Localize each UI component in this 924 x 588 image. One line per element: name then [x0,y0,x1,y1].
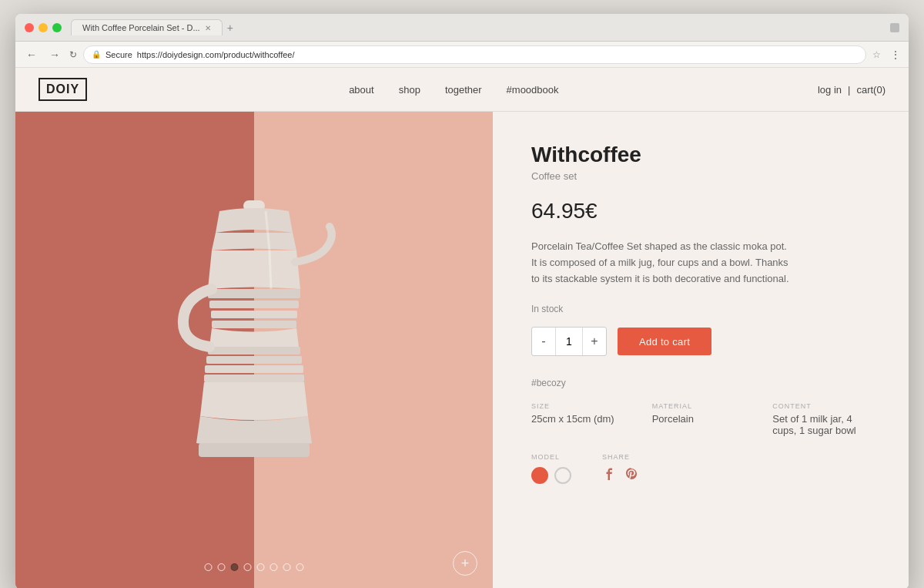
cart-link[interactable]: cart(0) [856,84,886,96]
product-image-container [15,112,493,588]
nav-shop[interactable]: shop [399,84,420,96]
new-tab-button[interactable]: + [227,22,233,34]
content-value: Set of 1 milk jar, 4 cups, 1 sugar bowl [772,413,870,436]
size-value: 25cm x 15cm (dm) [531,413,629,425]
maximize-button[interactable] [52,23,62,32]
svg-rect-1 [208,289,300,298]
product-layout: + Withcoffee Coffee set 64.95€ Porcelain… [15,112,909,588]
traffic-lights [25,23,62,32]
url-bar[interactable]: 🔒 Secure https://doiydesign.com/product/… [83,45,866,64]
product-details: Withcoffee Coffee set 64.95€ Porcelain T… [493,112,909,588]
address-bar: ← → ↻ 🔒 Secure https://doiydesign.com/pr… [15,42,909,68]
facebook-icon[interactable] [602,467,614,485]
quantity-minus[interactable]: - [532,328,555,355]
product-title: Withcoffee [531,143,870,167]
svg-rect-8 [204,375,304,382]
minimize-button[interactable] [38,23,48,32]
quantity-control: - + [531,327,607,356]
logo[interactable]: DOIY [38,78,87,101]
dot-5[interactable] [257,563,265,571]
quantity-input[interactable] [555,328,583,355]
dot-8[interactable] [296,563,304,571]
svg-rect-7 [205,365,303,373]
nav-together[interactable]: together [445,84,482,96]
svg-rect-5 [208,347,300,354]
svg-rect-4 [212,321,296,328]
tab-close-button[interactable]: ✕ [205,24,211,32]
more-options-button[interactable]: ⋮ [890,49,901,61]
back-button[interactable]: ← [23,47,40,62]
close-button[interactable] [25,23,34,32]
tab-title: With Coffee Porcelain Set - D... [82,23,200,32]
nav-separator: | [848,84,850,96]
svg-rect-6 [206,356,302,364]
secure-label: Secure [105,50,132,59]
spec-size: SIZE 25cm x 15cm (dm) [531,402,629,436]
product-image-area: + [15,112,493,588]
product-subtitle: Coffee set [531,170,870,182]
spec-content: CONTENT Set of 1 milk jar, 4 cups, 1 sug… [772,402,870,436]
reload-button[interactable]: ↻ [69,49,77,60]
zoom-button[interactable]: + [453,551,477,576]
size-label: SIZE [531,402,629,410]
product-price: 64.95€ [531,199,870,223]
svg-rect-2 [209,301,299,308]
forward-button[interactable]: → [46,47,63,62]
nav-links: about shop together #moodbook [349,84,558,96]
stock-status: In stock [531,304,870,314]
dot-1[interactable] [205,563,213,571]
material-label: MATERIAL [652,402,750,410]
content-label: CONTENT [772,402,870,410]
color-white[interactable] [554,467,571,484]
tab-bar: With Coffee Porcelain Set - D... ✕ + [71,19,890,35]
browser-titlebar: With Coffee Porcelain Set - D... ✕ + [15,14,909,42]
svg-rect-3 [211,311,297,318]
model-section: MODEL [531,453,571,484]
log-in-link[interactable]: log in [818,84,842,96]
share-label: SHARE [602,453,638,461]
spec-material: MATERIAL Porcelain [652,402,750,436]
color-options [531,467,571,484]
nav-about[interactable]: about [349,84,374,96]
add-to-cart-row: - + Add to cart [531,327,870,356]
lock-icon: 🔒 [92,50,101,59]
nav-actions: log in | cart(0) [818,84,886,96]
moka-pot-image [146,177,362,524]
quantity-plus[interactable]: + [583,328,606,355]
url-text: https://doiydesign.com/product/withcoffe… [137,50,295,59]
active-tab[interactable]: With Coffee Porcelain Set - D... ✕ [71,19,223,35]
model-label: MODEL [531,453,571,461]
svg-rect-9 [199,443,310,457]
bookmark-button[interactable]: ☆ [872,49,881,60]
share-section: SHARE [602,453,638,485]
specs-row: SIZE 25cm x 15cm (dm) MATERIAL Porcelain… [531,402,870,436]
color-red[interactable] [531,467,548,484]
dots-nav [205,563,304,571]
dot-4[interactable] [244,563,252,571]
win-ctrl-1 [890,23,899,32]
site-content: DOIY about shop together #moodbook log i… [15,68,909,588]
add-to-cart-button[interactable]: Add to cart [618,328,711,355]
model-share-row: MODEL SHARE [531,453,870,485]
material-value: Porcelain [652,413,750,425]
site-nav: DOIY about shop together #moodbook log i… [15,68,909,111]
dot-6[interactable] [270,563,278,571]
product-description: Porcelain Tea/Coffee Set shaped as the c… [531,239,793,287]
browser-window: With Coffee Porcelain Set - D... ✕ + ← →… [15,14,909,588]
dot-2[interactable] [218,563,226,571]
nav-moodbook[interactable]: #moodbook [507,84,559,96]
share-icons [602,467,638,485]
dot-3[interactable] [231,563,239,571]
pinterest-icon[interactable] [625,467,638,485]
dot-7[interactable] [283,563,291,571]
hashtag-label: #becozy [531,378,870,388]
window-controls [890,23,899,32]
